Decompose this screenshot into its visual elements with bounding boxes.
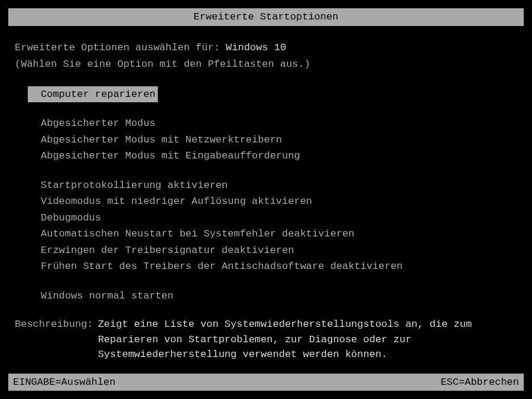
instruction-text: (Wählen Sie eine Option mit den Pfeiltas…: [15, 57, 517, 72]
menu-group-advanced: Startprotokollierung aktivieren Videomod…: [28, 177, 517, 275]
menu-item-boot-logging[interactable]: Startprotokollierung aktivieren: [28, 177, 517, 194]
menu-group-repair: Computer reparieren: [28, 86, 517, 103]
menu-item-safe-mode-command[interactable]: Abgesicherter Modus mit Eingabeaufforder…: [28, 148, 517, 164]
title-bar: Erweiterte Startoptionen: [8, 8, 524, 26]
header-prefix: Erweiterte Optionen auswählen für:: [15, 42, 220, 53]
menu-item-disable-driver-sig[interactable]: Erzwingen der Treibersignatur deaktivier…: [28, 242, 517, 259]
menu-item-low-res-video[interactable]: Videomodus mit niedriger Auflösung aktiv…: [28, 193, 517, 210]
content-area: Erweiterte Optionen auswählen für: Windo…: [0, 26, 532, 362]
description-area: Beschreibung: Zeigt eine Liste von Syste…: [15, 317, 517, 362]
description-label: Beschreibung:: [15, 317, 93, 332]
menu-item-debug-mode[interactable]: Debugmodus: [28, 210, 517, 226]
os-name: Windows 10: [226, 42, 286, 53]
menu-item-safe-mode-networking[interactable]: Abgesicherter Modus mit Netzwerktreibern: [28, 132, 517, 148]
footer-esc-hint: ESC=Abbrechen: [440, 375, 519, 390]
menu-item-safe-mode[interactable]: Abgesicherter Modus: [28, 115, 517, 132]
menu-item-disable-antimalware[interactable]: Frühen Start des Treibers der Antischads…: [28, 258, 517, 275]
menu-group-normal: Windows normal starten: [28, 288, 517, 304]
header-line: Erweiterte Optionen auswählen für: Windo…: [15, 40, 517, 56]
boot-menu: Computer reparieren Abgesicherter Modus …: [15, 86, 517, 304]
menu-item-start-normally[interactable]: Windows normal starten: [28, 288, 517, 304]
menu-item-disable-auto-restart[interactable]: Automatischen Neustart bei Systemfehler …: [28, 226, 517, 242]
footer-enter-hint: EINGABE=Auswählen: [13, 375, 115, 390]
menu-group-safe-mode: Abgesicherter Modus Abgesicherter Modus …: [28, 115, 517, 164]
footer-bar: EINGABE=Auswählen ESC=Abbrechen: [8, 374, 524, 391]
description-text: Zeigt eine Liste von Systemwiederherstel…: [93, 317, 517, 362]
menu-item-repair-computer[interactable]: Computer reparieren: [28, 86, 158, 103]
